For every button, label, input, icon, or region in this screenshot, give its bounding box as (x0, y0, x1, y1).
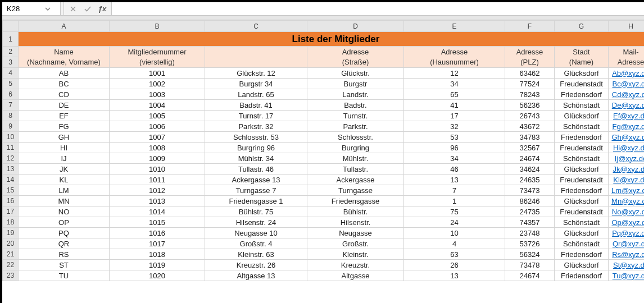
plz-cell[interactable]: 56236 (505, 100, 555, 111)
street-cell[interactable]: Kreuzstr. (307, 260, 404, 270)
name-box-input[interactable] (4, 3, 44, 14)
addr-cell[interactable]: Großstr. 4 (205, 238, 307, 249)
addr-cell[interactable]: Tullastr. 46 (205, 164, 307, 175)
mail-cell[interactable]: No@xyz.de (609, 206, 645, 217)
city-cell[interactable]: Glücksdorf (555, 111, 609, 121)
num-cell[interactable]: 1020 (110, 270, 205, 281)
num-cell[interactable]: 1008 (110, 143, 205, 153)
city-cell[interactable]: Freudenstadt (555, 143, 609, 153)
formula-input[interactable] (112, 2, 644, 15)
row-header[interactable]: 19 (3, 228, 19, 238)
plz-cell[interactable]: 86246 (505, 196, 555, 206)
num-cell[interactable]: 1014 (110, 206, 205, 217)
col-header[interactable]: G (555, 21, 609, 32)
num-cell[interactable]: 1009 (110, 153, 205, 164)
city-cell[interactable]: Freudenstadt (555, 206, 609, 217)
name-cell[interactable]: KL (19, 175, 110, 185)
mail-cell[interactable]: Ef@xyz.de (609, 111, 645, 121)
city-cell[interactable]: Glücksdorf (555, 260, 609, 270)
house-cell[interactable]: 26 (404, 260, 505, 270)
addr-cell[interactable]: Friedensgasse 1 (205, 196, 307, 206)
name-cell[interactable]: LM (19, 185, 110, 196)
select-all-corner[interactable] (3, 21, 19, 32)
row-header[interactable]: 12 (3, 153, 19, 164)
city-cell[interactable]: Freudenstadt (555, 79, 609, 89)
house-cell[interactable]: 4 (404, 238, 505, 249)
name-cell[interactable]: AB (19, 68, 110, 79)
row-header[interactable]: 21 (3, 249, 19, 260)
plz-cell[interactable]: 77524 (505, 79, 555, 89)
col-header[interactable]: D (307, 21, 404, 32)
city-cell[interactable]: Glücksdorf (555, 68, 609, 79)
name-cell[interactable]: TU (19, 270, 110, 281)
addr-cell[interactable]: Schlossstr. 53 (205, 132, 307, 143)
num-cell[interactable]: 1004 (110, 100, 205, 111)
house-cell[interactable]: 41 (404, 100, 505, 111)
name-cell[interactable]: QR (19, 238, 110, 249)
confirm-icon[interactable] (83, 4, 92, 13)
city-cell[interactable]: Schönstadt (555, 238, 609, 249)
street-cell[interactable]: Burgring (307, 143, 404, 153)
addr-cell[interactable]: Mühlstr. 34 (205, 153, 307, 164)
house-cell[interactable]: 46 (404, 164, 505, 175)
city-cell[interactable]: Friedensdorf (555, 249, 609, 260)
col-header[interactable]: E (404, 21, 505, 32)
street-cell[interactable]: Hilsenstr. (307, 217, 404, 228)
mail-link[interactable]: Gh@xyz.de (611, 133, 644, 141)
mail-cell[interactable]: Jk@xyz.de (609, 164, 645, 175)
row-header[interactable]: 4 (3, 68, 19, 79)
plz-cell[interactable]: 24635 (505, 175, 555, 185)
street-cell[interactable]: Neugasse (307, 228, 404, 238)
header-cell[interactable]: Adresse (307, 47, 404, 57)
house-cell[interactable]: 34 (404, 153, 505, 164)
plz-cell[interactable]: 26743 (505, 111, 555, 121)
house-cell[interactable]: 24 (404, 217, 505, 228)
city-cell[interactable]: Freudenstadt (555, 175, 609, 185)
mail-cell[interactable]: De@xyz.de (609, 100, 645, 111)
name-box-wrap[interactable] (2, 2, 61, 15)
row-header[interactable]: 11 (3, 143, 19, 153)
house-cell[interactable]: 34 (404, 79, 505, 89)
street-cell[interactable]: Friedensgasse (307, 196, 404, 206)
city-cell[interactable]: Friedensdorf (555, 270, 609, 281)
street-cell[interactable]: Landstr. (307, 89, 404, 100)
mail-cell[interactable]: Lm@xyz.de (609, 185, 645, 196)
mail-link[interactable]: Ef@xyz.de (613, 112, 644, 120)
mail-cell[interactable]: Hi@xyz.de (609, 143, 645, 153)
name-cell[interactable]: FG (19, 121, 110, 132)
mail-cell[interactable]: Ij@xyz.de (609, 153, 645, 164)
row-header[interactable]: 13 (3, 164, 19, 175)
row-header[interactable]: 1 (3, 32, 19, 47)
num-cell[interactable]: 1006 (110, 121, 205, 132)
name-cell[interactable]: MN (19, 196, 110, 206)
plz-cell[interactable]: 56324 (505, 249, 555, 260)
mail-link[interactable]: Kl@xyz.de (613, 176, 644, 184)
mail-cell[interactable]: St@xyz.de (609, 260, 645, 270)
addr-cell[interactable]: Ackergasse 13 (205, 175, 307, 185)
header-cell[interactable]: Mitgliedernummer (110, 47, 205, 57)
name-cell[interactable]: OP (19, 217, 110, 228)
mail-link[interactable]: De@xyz.de (612, 101, 644, 109)
street-cell[interactable]: Glückstr. (307, 68, 404, 79)
house-cell[interactable]: 12 (404, 68, 505, 79)
mail-link[interactable]: Hi@xyz.de (613, 144, 644, 152)
addr-cell[interactable]: Parkstr. 32 (205, 121, 307, 132)
city-cell[interactable]: Schönstadt (555, 153, 609, 164)
mail-link[interactable]: No@xyz.de (612, 208, 644, 216)
num-cell[interactable]: 1013 (110, 196, 205, 206)
col-header[interactable]: H (609, 21, 645, 32)
row-header[interactable]: 5 (3, 79, 19, 89)
plz-cell[interactable]: 53726 (505, 238, 555, 249)
house-cell[interactable]: 17 (404, 111, 505, 121)
addr-cell[interactable]: Glückstr. 12 (205, 68, 307, 79)
mail-cell[interactable]: Op@xyz.de (609, 217, 645, 228)
plz-cell[interactable]: 34624 (505, 164, 555, 175)
name-cell[interactable]: HI (19, 143, 110, 153)
addr-cell[interactable]: Neugasse 10 (205, 228, 307, 238)
col-header[interactable]: F (505, 21, 555, 32)
mail-link[interactable]: St@xyz.de (613, 261, 644, 269)
row-header[interactable]: 7 (3, 100, 19, 111)
house-cell[interactable]: 13 (404, 175, 505, 185)
street-cell[interactable]: Badstr. (307, 100, 404, 111)
num-cell[interactable]: 1003 (110, 89, 205, 100)
